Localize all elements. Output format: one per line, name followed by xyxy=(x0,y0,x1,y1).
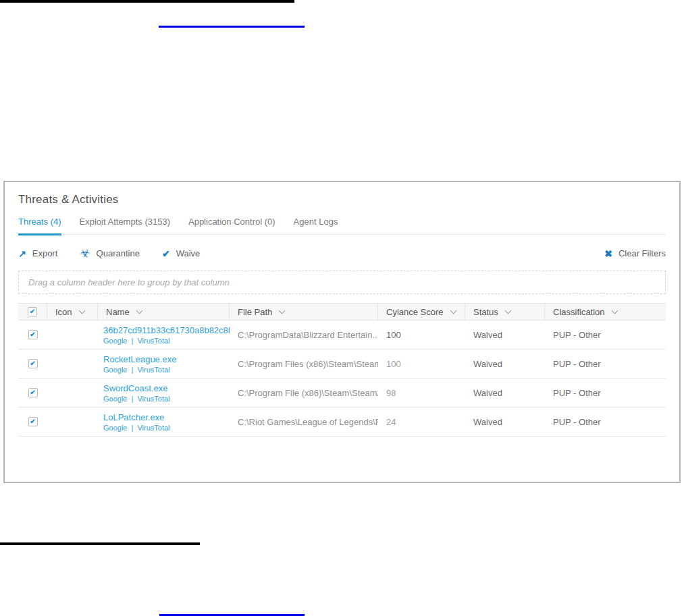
row-select-cell: ✔ xyxy=(18,349,47,378)
row-name-cell: RocketLeague.exe Google | VirusTotal xyxy=(98,349,230,378)
row-checkbox[interactable]: ✔ xyxy=(28,330,38,339)
table-row[interactable]: ✔ 36b27cd911b33c61730a8b82c8b2 Google | … xyxy=(18,320,666,349)
redacted-text-bar-top xyxy=(0,0,294,3)
tab-bar: Threats (4) Exploit Attempts (3153) Appl… xyxy=(18,217,666,235)
google-link[interactable]: Google xyxy=(103,395,127,403)
status-cell: Waived xyxy=(465,408,545,436)
status-cell: Waived xyxy=(465,379,545,407)
classification-cell: PUP - Other xyxy=(545,408,666,436)
page-title: Threats & Activities xyxy=(18,182,666,206)
threats-table: ✔ Icon Name File Path Cylance Score xyxy=(18,303,666,437)
threat-name-link[interactable]: SwordCoast.exe xyxy=(103,383,167,393)
classification-cell: PUP - Other xyxy=(545,379,666,407)
threat-name-link[interactable]: 36b27cd911b33c61730a8b82c8b2 xyxy=(103,325,230,335)
cylance-score-cell: 24 xyxy=(378,408,465,436)
table-row[interactable]: ✔ SwordCoast.exe Google | VirusTotal C:\… xyxy=(18,379,666,408)
column-label: Cylance Score xyxy=(386,307,444,317)
checkmark-icon: ✔ xyxy=(30,418,35,425)
table-row[interactable]: ✔ LoLPatcher.exe Google | VirusTotal C:\… xyxy=(18,408,666,437)
export-label: Export xyxy=(32,248,58,258)
row-name-cell: SwordCoast.exe Google | VirusTotal xyxy=(98,379,230,407)
row-select-cell: ✔ xyxy=(18,408,47,436)
row-checkbox[interactable]: ✔ xyxy=(28,388,38,397)
file-path-cell: C:\Program Files (x86)\Steam\SteamA... xyxy=(230,349,378,378)
column-header-icon[interactable]: Icon xyxy=(47,304,98,320)
tab-agent-logs[interactable]: Agent Logs xyxy=(294,217,338,235)
threat-name-link[interactable]: LoLPatcher.exe xyxy=(103,412,164,422)
link-separator: | xyxy=(132,337,134,345)
select-all-checkbox[interactable]: ✔ xyxy=(28,307,37,316)
checkmark-icon: ✔ xyxy=(30,389,35,396)
google-link[interactable]: Google xyxy=(103,424,127,432)
clear-filters-label: Clear Filters xyxy=(619,248,666,258)
column-header-file-path[interactable]: File Path xyxy=(230,304,378,320)
tab-threats[interactable]: Threats (4) xyxy=(18,217,61,235)
chevron-down-icon[interactable] xyxy=(279,307,286,314)
column-header-status[interactable]: Status xyxy=(465,304,545,320)
column-label: Classification xyxy=(553,307,605,317)
file-path-cell: C:\ProgramData\Blizzard Entertain... xyxy=(230,320,378,349)
classification-cell: PUP - Other xyxy=(545,320,666,349)
virustotal-link[interactable]: VirusTotal xyxy=(137,395,169,403)
row-name-cell: LoLPatcher.exe Google | VirusTotal xyxy=(98,408,230,436)
status-cell: Waived xyxy=(465,320,545,349)
checkmark-icon: ✔ xyxy=(162,249,170,258)
column-header-classification[interactable]: Classification xyxy=(545,304,666,320)
select-all-cell: ✔ xyxy=(18,304,47,320)
virustotal-link[interactable]: VirusTotal xyxy=(137,424,169,432)
table-header: ✔ Icon Name File Path Cylance Score xyxy=(18,303,666,320)
file-path-cell: C:\Riot Games\League of Legends\R... xyxy=(230,408,378,436)
cylance-score-cell: 98 xyxy=(378,379,465,407)
link-separator: | xyxy=(132,366,134,374)
row-icon-cell xyxy=(47,320,98,349)
checkmark-icon: ✔ xyxy=(30,308,35,315)
threat-name-link[interactable]: RocketLeague.exe xyxy=(103,354,176,364)
column-header-name[interactable]: Name xyxy=(98,304,230,320)
lookup-links: Google | VirusTotal xyxy=(103,424,170,432)
checkmark-icon: ✔ xyxy=(30,331,35,338)
virustotal-link[interactable]: VirusTotal xyxy=(137,337,169,345)
status-cell: Waived xyxy=(465,349,545,378)
chevron-down-icon[interactable] xyxy=(611,307,618,314)
quarantine-label: Quarantine xyxy=(97,248,140,258)
row-icon-cell xyxy=(47,408,98,436)
group-by-hint-text: Drag a column header here to group by th… xyxy=(28,277,230,287)
column-label: Status xyxy=(473,307,498,317)
row-name-cell: 36b27cd911b33c61730a8b82c8b2 Google | Vi… xyxy=(98,320,230,349)
virustotal-link[interactable]: VirusTotal xyxy=(137,366,169,374)
cylance-score-cell: 100 xyxy=(378,349,465,378)
chevron-down-icon[interactable] xyxy=(450,307,456,314)
document-link-underline-top[interactable] xyxy=(159,26,305,28)
chevron-down-icon[interactable] xyxy=(504,307,511,314)
classification-cell: PUP - Other xyxy=(545,349,666,378)
clear-filters-button[interactable]: ✖ Clear Filters xyxy=(604,248,666,258)
table-row[interactable]: ✔ RocketLeague.exe Google | VirusTotal C… xyxy=(18,349,666,379)
row-select-cell: ✔ xyxy=(18,379,47,407)
chevron-down-icon[interactable] xyxy=(136,307,142,314)
column-header-cylance-score[interactable]: Cylance Score xyxy=(378,304,465,320)
tab-application-control[interactable]: Application Control (0) xyxy=(188,217,275,235)
google-link[interactable]: Google xyxy=(103,337,127,345)
export-button[interactable]: ↗ Export xyxy=(18,248,57,258)
document-page: { "panel": { "title": "Threats & Activit… xyxy=(0,0,684,616)
waive-button[interactable]: ✔ Waive xyxy=(162,248,200,258)
toolbar: ↗ Export ☣ Quarantine ✔ Waive ✖ Clear Fi… xyxy=(18,248,666,259)
checkmark-icon: ✔ xyxy=(30,360,35,367)
lookup-links: Google | VirusTotal xyxy=(103,337,170,345)
column-label: Icon xyxy=(55,307,72,317)
row-select-cell: ✔ xyxy=(18,320,47,349)
link-separator: | xyxy=(132,424,134,432)
group-by-drop-zone[interactable]: Drag a column header here to group by th… xyxy=(18,271,666,294)
lookup-links: Google | VirusTotal xyxy=(103,395,170,403)
row-checkbox[interactable]: ✔ xyxy=(28,417,38,426)
chevron-down-icon[interactable] xyxy=(78,307,85,314)
google-link[interactable]: Google xyxy=(103,366,127,374)
tab-exploit-attempts[interactable]: Exploit Attempts (3153) xyxy=(80,217,170,235)
column-label: File Path xyxy=(238,307,272,317)
lookup-links: Google | VirusTotal xyxy=(103,366,170,374)
row-checkbox[interactable]: ✔ xyxy=(28,359,38,368)
column-label: Name xyxy=(106,307,130,317)
quarantine-button[interactable]: ☣ Quarantine xyxy=(80,248,140,259)
row-icon-cell xyxy=(47,379,98,407)
cylance-score-cell: 100 xyxy=(378,320,465,349)
